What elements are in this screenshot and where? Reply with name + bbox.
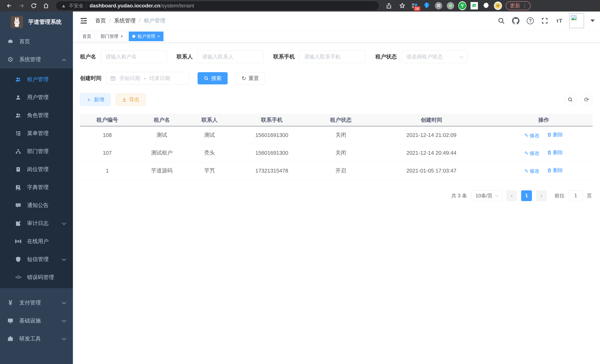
profile-avatar-icon[interactable] bbox=[494, 2, 502, 10]
browser-reload-icon[interactable] bbox=[29, 1, 38, 10]
date-end-placeholder: 结束日期 bbox=[149, 75, 170, 82]
yen-icon: ¥ bbox=[7, 299, 14, 307]
app-title: 芋道管理系统 bbox=[28, 18, 62, 26]
date-range-picker[interactable]: 开始日期 - 结束日期 bbox=[106, 72, 189, 84]
toggle-search-button[interactable] bbox=[564, 94, 576, 106]
extension-tango-icon[interactable]: 10 bbox=[411, 2, 419, 10]
tab-dept[interactable]: 部门管理 × bbox=[97, 32, 127, 41]
tab-tenant[interactable]: 租户管理 × bbox=[129, 32, 163, 41]
sidebar-item-sms[interactable]: 短信管理 bbox=[0, 250, 73, 268]
page-size-select[interactable]: 10条/页 bbox=[471, 190, 502, 201]
refresh-table-button[interactable]: ⟳ bbox=[581, 94, 593, 106]
extension-command-icon[interactable]: ⌘ bbox=[434, 2, 443, 10]
sidebar-item-devtools[interactable]: 研发工具 bbox=[0, 330, 73, 348]
app-logo-row[interactable]: 芋道管理系统 bbox=[0, 11, 73, 32]
goto-label: 前往 bbox=[554, 192, 564, 199]
page-1-button[interactable]: 1 bbox=[521, 190, 532, 201]
plus-icon: ＋ bbox=[86, 96, 92, 103]
chevron-down-icon bbox=[62, 336, 66, 340]
header-search-icon[interactable] bbox=[497, 16, 506, 25]
prev-page-button[interactable]: ‹ bbox=[506, 190, 517, 201]
next-page-button[interactable]: › bbox=[536, 190, 547, 201]
edit-icon: ✎ bbox=[525, 133, 529, 138]
sidebar-item-menu[interactable]: 菜单管理 bbox=[0, 124, 73, 142]
edit-button[interactable]: ✎修改 bbox=[525, 150, 540, 157]
delete-button[interactable]: 删除 bbox=[547, 167, 563, 174]
extension-chat-icon[interactable] bbox=[470, 2, 478, 10]
url-text[interactable]: dashboard.yudao.iocoder.cn/system/tenant bbox=[90, 3, 194, 9]
close-icon[interactable]: × bbox=[121, 34, 123, 39]
extension-balloon-icon[interactable] bbox=[423, 2, 431, 10]
tree-list-icon bbox=[15, 131, 21, 136]
broken-image-icon bbox=[571, 15, 577, 20]
sidebar-item-online-user[interactable]: 在线用户 bbox=[0, 232, 73, 250]
sidebar-item-system[interactable]: ⚙ 系统管理 bbox=[0, 50, 73, 68]
sidebar-submenu-system: 租户管理 用户管理 角色管理 菜单管理 部门管理 岗位管理 bbox=[0, 68, 73, 288]
address-bar[interactable]: ▲ 不安全 dashboard.yudao.iocoder.cn/system/… bbox=[56, 1, 379, 10]
sidebar-item-role[interactable]: 角色管理 bbox=[0, 106, 73, 124]
status-select[interactable]: 请选择租户状态 bbox=[401, 50, 468, 63]
browser-forward-icon[interactable] bbox=[17, 1, 26, 10]
breadcrumb-system[interactable]: 系统管理 bbox=[114, 17, 136, 25]
sidebar-item-pay[interactable]: ¥ 支付管理 bbox=[0, 294, 73, 312]
goto-page-input[interactable] bbox=[569, 190, 583, 201]
reset-button[interactable]: ↻ 重置 bbox=[235, 72, 265, 84]
monitor-icon bbox=[7, 318, 14, 324]
sidebar-item-post[interactable]: 岗位管理 bbox=[0, 160, 73, 178]
create-time-label: 创建时间 bbox=[80, 75, 102, 82]
sidebar-item-user[interactable]: 用户管理 bbox=[0, 88, 73, 106]
github-icon[interactable] bbox=[511, 16, 520, 25]
bookmark-star-icon[interactable] bbox=[397, 1, 407, 10]
sidebar-item-notice[interactable]: 通知公告 bbox=[0, 196, 73, 214]
extension-dot-icon[interactable] bbox=[446, 2, 455, 10]
sidebar-item-audit-log[interactable]: 审计日志 bbox=[0, 214, 73, 232]
chevron-down-icon bbox=[62, 300, 66, 304]
edit-button[interactable]: ✎修改 bbox=[525, 168, 540, 174]
online-user-icon bbox=[15, 238, 21, 244]
sidebar-item-errcode[interactable]: </> 错误码管理 bbox=[0, 268, 73, 286]
extension-y-icon[interactable]: Y bbox=[458, 2, 466, 10]
sidebar-item-dict[interactable]: 字典管理 bbox=[0, 178, 73, 196]
add-button[interactable]: ＋ 新增 bbox=[80, 93, 110, 106]
sidebar-item-infra[interactable]: 基础设施 bbox=[0, 312, 73, 330]
contact-input[interactable] bbox=[197, 50, 264, 63]
share-icon[interactable] bbox=[384, 1, 394, 10]
sidebar-item-dept[interactable]: 部门管理 bbox=[0, 142, 73, 160]
delete-button[interactable]: 删除 bbox=[547, 131, 563, 138]
page-content: 租户名 联系人 联系手机 租户状态 请选择租户状态 创建时间 bbox=[73, 43, 600, 201]
url-separator bbox=[86, 3, 87, 8]
col-status: 租户状态 bbox=[314, 114, 368, 126]
browser-update-button[interactable]: 更新 ⋮ bbox=[506, 1, 531, 10]
breadcrumb-separator: / bbox=[139, 18, 141, 24]
sidebar-toggle-icon[interactable] bbox=[80, 17, 88, 25]
export-button[interactable]: 导出 bbox=[116, 93, 146, 106]
users-icon bbox=[15, 76, 21, 82]
extensions-puzzle-icon[interactable] bbox=[482, 2, 490, 10]
date-separator: - bbox=[144, 75, 146, 81]
security-label[interactable]: 不安全 bbox=[69, 3, 84, 9]
close-icon[interactable]: × bbox=[158, 34, 160, 39]
col-tenant-name: 租户名 bbox=[134, 114, 189, 126]
font-size-icon[interactable]: ᴛT bbox=[555, 16, 564, 25]
browser-back-icon[interactable] bbox=[4, 1, 14, 10]
avatar-caret-icon[interactable] bbox=[590, 19, 595, 22]
browser-home-icon[interactable] bbox=[41, 1, 51, 10]
delete-button[interactable]: 删除 bbox=[547, 149, 563, 156]
dashboard-icon bbox=[7, 38, 14, 45]
sidebar-item-tenant[interactable]: 租户管理 bbox=[0, 70, 73, 88]
search-icon bbox=[204, 76, 209, 81]
edit-button[interactable]: ✎修改 bbox=[525, 132, 540, 139]
fullscreen-icon[interactable] bbox=[540, 16, 549, 25]
tenant-name-input[interactable] bbox=[101, 50, 167, 63]
tab-home[interactable]: 首页 bbox=[79, 32, 95, 41]
user-avatar[interactable] bbox=[569, 13, 584, 28]
table-header-row: 租户编号 租户名 联系人 联系手机 租户状态 创建时间 操作 bbox=[80, 114, 593, 126]
not-secure-icon: ▲ bbox=[61, 3, 66, 9]
help-icon[interactable]: ? bbox=[526, 16, 535, 25]
sidebar-item-home[interactable]: 首页 bbox=[0, 32, 73, 50]
browser-menu-icon[interactable]: ⋮ bbox=[522, 3, 527, 9]
edit-icon: ✎ bbox=[525, 168, 529, 174]
breadcrumb-home[interactable]: 首页 bbox=[95, 17, 106, 25]
mobile-input[interactable] bbox=[299, 50, 366, 63]
search-button[interactable]: 搜索 bbox=[197, 72, 228, 84]
